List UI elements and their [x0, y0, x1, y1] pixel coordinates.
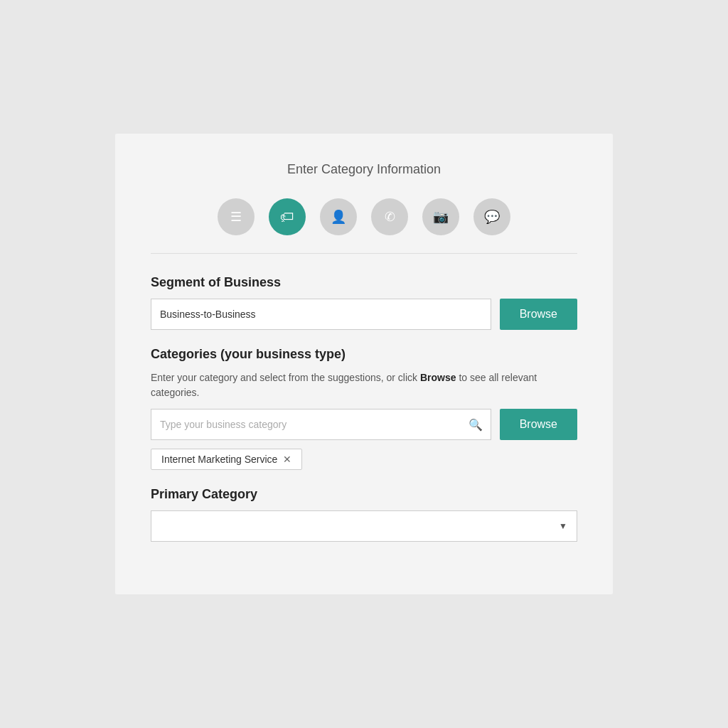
tag-text: Internet Marketing Service [161, 454, 277, 465]
categories-section: Categories (your business type) Enter yo… [151, 347, 577, 470]
primary-category-section: Primary Category [151, 487, 577, 542]
segment-label: Segment of Business [151, 275, 577, 290]
page-wrapper: Enter Category Information ☰ 🏷 👤 ✆ 📷 💬 [0, 0, 728, 728]
main-card: Enter Category Information ☰ 🏷 👤 ✆ 📷 💬 [115, 134, 613, 594]
primary-category-label: Primary Category [151, 487, 577, 502]
step-2-icon[interactable]: 🏷 [269, 198, 306, 235]
step-1-symbol: ☰ [230, 209, 242, 225]
category-search-input[interactable] [151, 409, 491, 440]
step-3-icon[interactable]: 👤 [320, 198, 357, 235]
step-6-symbol: 💬 [484, 209, 500, 225]
step-6-icon[interactable]: 💬 [473, 198, 510, 235]
primary-category-select[interactable] [151, 510, 577, 542]
categories-input-row: 🔍 Browse [151, 409, 577, 440]
step-5-icon[interactable]: 📷 [422, 198, 459, 235]
categories-label: Categories (your business type) [151, 347, 577, 362]
categories-browse-button[interactable]: Browse [500, 409, 577, 440]
step-2-symbol: 🏷 [280, 209, 294, 225]
categories-desc-bold: Browse [420, 372, 456, 383]
segment-input-row: Browse [151, 299, 577, 330]
tag-remove-button[interactable]: ✕ [283, 454, 291, 464]
step-5-symbol: 📷 [433, 209, 449, 225]
categories-desc-part1: Enter your category and select from the … [151, 372, 420, 383]
step-1-icon[interactable]: ☰ [218, 198, 255, 235]
step-4-icon[interactable]: ✆ [371, 198, 408, 235]
segment-section: Segment of Business Browse [151, 275, 577, 330]
categories-description: Enter your category and select from the … [151, 370, 577, 400]
segment-input[interactable] [151, 299, 491, 330]
tag-container: Internet Marketing Service ✕ [151, 449, 577, 470]
page-title: Enter Category Information [151, 162, 577, 177]
step-3-symbol: 👤 [331, 209, 346, 225]
list-item: Internet Marketing Service ✕ [151, 449, 302, 470]
primary-category-select-wrapper [151, 510, 577, 542]
segment-browse-button[interactable]: Browse [500, 299, 577, 330]
steps-bar: ☰ 🏷 👤 ✆ 📷 💬 [151, 198, 577, 254]
category-search-wrapper: 🔍 [151, 409, 491, 440]
step-4-symbol: ✆ [385, 209, 395, 225]
